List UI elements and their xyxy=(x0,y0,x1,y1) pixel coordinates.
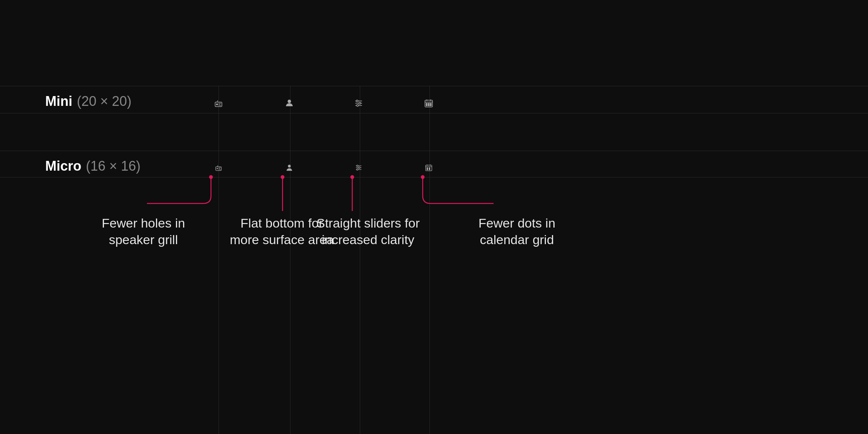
svg-point-11 xyxy=(359,102,361,104)
svg-point-12 xyxy=(357,105,359,107)
micro-top-grid-line xyxy=(0,151,868,151)
svg-point-34 xyxy=(359,167,360,168)
svg-rect-18 xyxy=(428,103,429,104)
svg-point-6 xyxy=(288,100,291,103)
vline-col1 xyxy=(219,86,219,434)
vline-col4 xyxy=(429,86,430,434)
mini-label-muted: (20 × 20) xyxy=(77,93,131,109)
mini-bottom-grid-line xyxy=(0,113,868,113)
radio-icon-micro xyxy=(207,158,230,177)
annotation-text-calendar: Fewer dots in calendar grid xyxy=(478,215,555,248)
svg-point-35 xyxy=(357,169,358,170)
mini-top-grid-line xyxy=(0,86,868,86)
annotation-text-radio: Fewer holes in speaker grill xyxy=(102,215,185,248)
svg-point-29 xyxy=(288,165,290,167)
svg-rect-21 xyxy=(428,105,429,106)
svg-rect-43 xyxy=(429,169,430,170)
mini-label-bold: Mini xyxy=(45,93,72,109)
svg-point-33 xyxy=(357,165,358,167)
micro-bottom-grid-line xyxy=(0,177,868,177)
micro-label-muted: (16 × 16) xyxy=(86,158,141,174)
svg-rect-42 xyxy=(427,169,428,170)
vline-col2 xyxy=(290,86,290,434)
person-icon-micro xyxy=(278,158,301,177)
calendar-icon-mini xyxy=(417,93,440,113)
vline-col3 xyxy=(360,86,360,434)
svg-rect-36 xyxy=(426,165,432,171)
calendar-icon-micro xyxy=(417,158,440,177)
svg-rect-20 xyxy=(426,105,427,106)
mini-row-label: Mini (20 × 20) xyxy=(45,93,131,109)
micro-label-bold: Micro xyxy=(45,158,81,174)
svg-rect-17 xyxy=(426,103,427,104)
svg-point-24 xyxy=(217,168,218,169)
svg-point-10 xyxy=(356,100,358,102)
radio-icon-mini xyxy=(207,93,230,113)
person-icon-mini xyxy=(278,93,301,113)
svg-rect-40 xyxy=(427,168,428,169)
svg-rect-19 xyxy=(430,103,431,104)
sliders-icon-mini xyxy=(347,93,370,113)
svg-rect-41 xyxy=(429,168,430,169)
svg-point-1 xyxy=(216,104,218,105)
svg-rect-22 xyxy=(430,105,431,106)
micro-row-label: Micro (16 × 16) xyxy=(45,158,141,174)
annotation-text-sliders: Straight sliders for increased clarity xyxy=(316,215,420,248)
sliders-icon-micro xyxy=(347,158,370,177)
